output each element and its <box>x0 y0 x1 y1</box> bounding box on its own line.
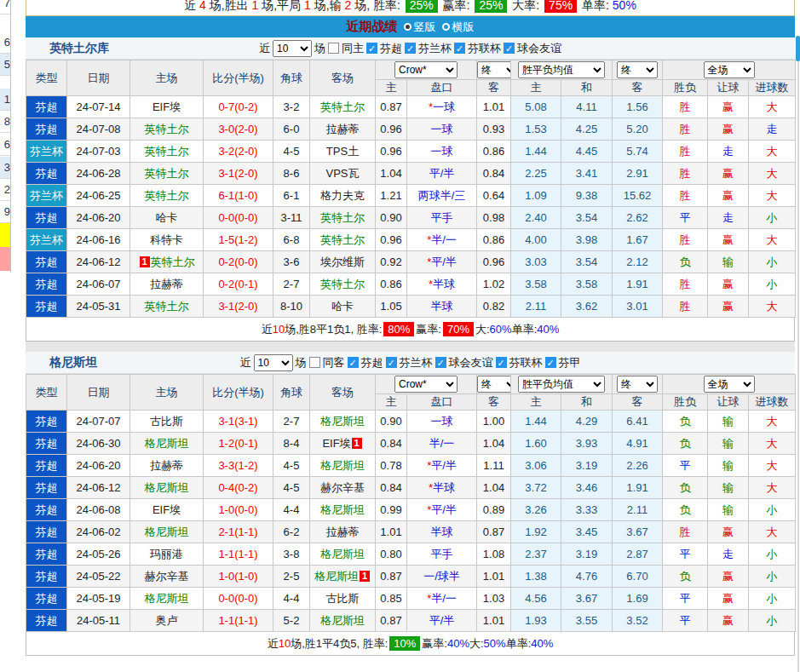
win-odds-cell: 1.38 <box>511 566 561 588</box>
match-date-cell: 24-06-20 <box>67 207 130 229</box>
home-team-cell: 赫尔辛基 <box>130 566 204 588</box>
away-team-cell: 赫尔辛基 <box>310 477 376 499</box>
home-team-cell: EIF埃 <box>130 499 204 521</box>
final-odds-select[interactable]: 终 <box>477 61 511 78</box>
team-link: 格尼斯坦 <box>320 548 365 560</box>
stat-text: 大: <box>469 636 484 652</box>
away-team-cell: 英特土尔 <box>310 229 376 251</box>
column-header: 日期 <box>67 375 130 411</box>
score-cell: 0-0(0-0) <box>204 207 273 229</box>
column-header: 类型 <box>26 375 67 411</box>
home-odds-cell: 0.96 <box>376 141 407 163</box>
final-avg-select[interactable]: 终 <box>617 376 658 393</box>
lose-odds-cell: 1.91 <box>613 477 663 499</box>
lose-odds-cell: 2.11 <box>613 499 663 521</box>
match-type-badge: 芬超 <box>26 499 67 521</box>
avg-odds-select[interactable]: 胜平负均值 <box>518 61 605 78</box>
scrollbar-thumb[interactable] <box>796 36 800 61</box>
stat-text: 大: <box>475 322 490 337</box>
team-link: VPS瓦 <box>325 167 359 180</box>
lose-odds-cell: 4.91 <box>613 433 663 455</box>
team-link: 格尼斯坦 <box>145 437 189 450</box>
left-strip-pink-cell <box>0 247 10 271</box>
team-link: 英特土尔 <box>320 101 365 113</box>
result-handicap-cell: 赢 <box>708 588 749 610</box>
home-team-cell: 格尼斯坦 <box>130 477 204 499</box>
draw-odds-cell: 4.76 <box>561 566 613 588</box>
final-odds-select[interactable]: 终 <box>477 376 511 393</box>
corners-cell: 8-4 <box>273 433 310 455</box>
result-wdl-cell: 平 <box>663 543 708 566</box>
result-goals-cell: 大 <box>749 141 796 163</box>
same-venue-checkbox-unchecked-icon[interactable] <box>309 357 320 368</box>
left-strip-number: 9 <box>0 201 10 223</box>
league-filter-checkbox-checked-icon[interactable]: ✓ <box>504 43 515 54</box>
corners-cell: 4-5 <box>273 477 310 499</box>
games-count-select[interactable]: 10 <box>273 40 312 57</box>
league-filter-checkbox-checked-icon[interactable]: ✓ <box>545 357 556 368</box>
league-filter-checkbox-checked-icon[interactable]: ✓ <box>435 357 446 368</box>
draw-odds-cell: 3.33 <box>561 499 613 521</box>
home-odds-cell: 0.87 <box>376 96 407 118</box>
league-filter-checkbox-checked-icon[interactable]: ✓ <box>454 43 465 54</box>
league-filter-checkbox-checked-icon[interactable]: ✓ <box>405 43 416 54</box>
games-count-select[interactable]: 10 <box>254 354 293 371</box>
layout-radio-vertical[interactable]: 竖版 <box>404 20 436 35</box>
dropdown-header-cell: 终 <box>477 375 511 394</box>
away-odds-cell: 1.04 <box>477 433 511 455</box>
league-filter-checkbox-checked-icon[interactable]: ✓ <box>496 357 507 368</box>
dropdown-header-cell: Crow* <box>376 375 477 394</box>
odds-source-select[interactable]: Crow* <box>394 376 458 393</box>
team-link: 科特卡 <box>150 233 183 246</box>
stat-text: 40% <box>447 637 469 650</box>
win-odds-cell: 1.53 <box>511 118 561 141</box>
results-table: 类型日期主场比分(半场)角球客场Crow*终胜平负均值终全场主盘口客主和客胜负让… <box>26 60 796 318</box>
league-filter-checkbox-checked-icon[interactable]: ✓ <box>366 43 377 54</box>
handicap-cell: *半球 <box>407 273 477 296</box>
match-date-cell: 24-06-08 <box>67 499 130 521</box>
score-cell: 0-2(0-1) <box>204 273 273 296</box>
stat-badge: 25% <box>475 0 507 13</box>
score-cell: 1-0(0-0) <box>204 499 273 521</box>
stat-text: 1 <box>304 0 311 12</box>
result-handicap-cell: 走 <box>708 543 749 566</box>
sub-column-header: 胜负 <box>663 80 708 96</box>
result-handicap-cell: 赢 <box>708 610 749 632</box>
match-scope-select[interactable]: 全场 <box>704 376 755 393</box>
score-cell: 1-5(1-2) <box>204 229 273 251</box>
result-wdl-cell: 胜 <box>663 273 708 296</box>
match-type-badge: 芬超 <box>26 610 67 632</box>
filter-controls: 近10场同客✓芬超✓芬兰杯✓球会友谊✓芬联杯✓芬甲 <box>240 354 581 371</box>
header-row-dropdowns: 类型日期主场比分(半场)角球客场Crow*终胜平负均值终全场 <box>26 60 796 80</box>
avg-odds-select[interactable]: 胜平负均值 <box>518 376 605 393</box>
final-avg-select[interactable]: 终 <box>617 61 658 78</box>
stat-text: 赢率: <box>440 0 474 12</box>
home-odds-cell: 1.01 <box>376 521 407 543</box>
stat-text: 50% <box>484 637 506 650</box>
scrollbar-track[interactable] <box>797 60 799 672</box>
sub-column-header: 让球 <box>708 394 749 411</box>
dropdown-header-cell: 终 <box>477 60 511 80</box>
away-odds-cell: 0.86 <box>477 141 511 163</box>
result-wdl-cell: 胜 <box>663 141 708 163</box>
handicap-star: * <box>427 503 431 516</box>
column-header: 主场 <box>130 375 204 411</box>
team-link: 拉赫蒂 <box>150 459 183 472</box>
sub-column-header: 和 <box>561 80 613 96</box>
match-scope-select[interactable]: 全场 <box>704 61 755 78</box>
draw-odds-cell: 3.58 <box>561 273 613 296</box>
same-venue-label: 同主 <box>342 41 364 56</box>
odds-source-select[interactable]: Crow* <box>394 61 458 78</box>
stat-text: 场,胜1平4负5, 胜率: <box>291 636 388 652</box>
match-row: 芬超24-06-20拉赫蒂3-3(1-2)4-5格尼斯坦0.78*平/半1.11… <box>26 455 796 477</box>
layout-radio-horizontal[interactable]: 横版 <box>442 20 475 35</box>
same-venue-checkbox-unchecked-icon[interactable] <box>328 43 339 54</box>
radio-unselected-icon[interactable] <box>442 23 450 31</box>
league-filter-checkbox-checked-icon[interactable]: ✓ <box>386 357 397 368</box>
filter-controls: 近10场同主✓芬超✓芬兰杯✓芬联杯✓球会友谊 <box>259 40 561 57</box>
radio-selected-icon[interactable] <box>404 23 412 31</box>
handicap-cell: *半/一 <box>407 588 477 610</box>
league-filter-checkbox-checked-icon[interactable]: ✓ <box>348 357 359 368</box>
corners-cell: 4-5 <box>273 455 310 477</box>
home-odds-cell: 0.86 <box>376 273 407 296</box>
